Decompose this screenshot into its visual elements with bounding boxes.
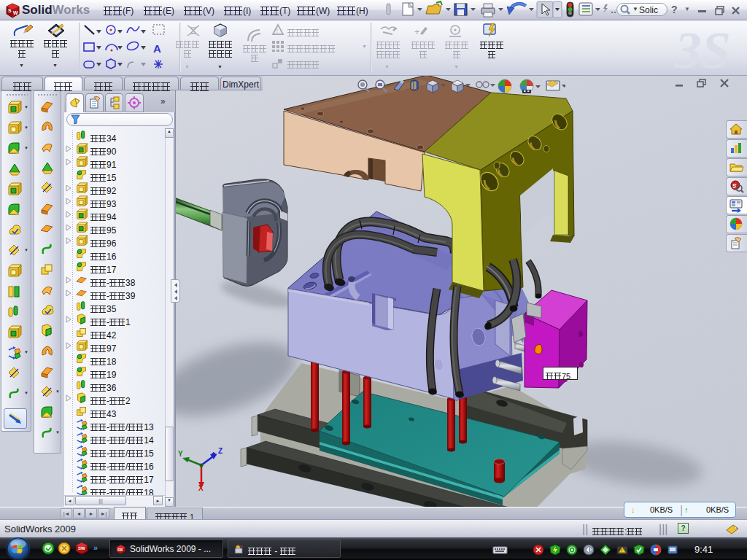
svg-text:Y: Y xyxy=(178,450,183,458)
svg-text:A: A xyxy=(153,42,161,55)
svg-text:W: W xyxy=(13,10,18,15)
svg-text:Z: Z xyxy=(218,447,222,455)
svg-text:SW: SW xyxy=(78,546,85,551)
svg-text:!: ! xyxy=(276,27,279,34)
svg-text:+: + xyxy=(414,26,420,37)
svg-text:»: » xyxy=(93,543,98,552)
svg-text:S: S xyxy=(8,8,12,13)
svg-text:SW: SW xyxy=(117,548,123,552)
svg-text:X: X xyxy=(198,484,204,491)
